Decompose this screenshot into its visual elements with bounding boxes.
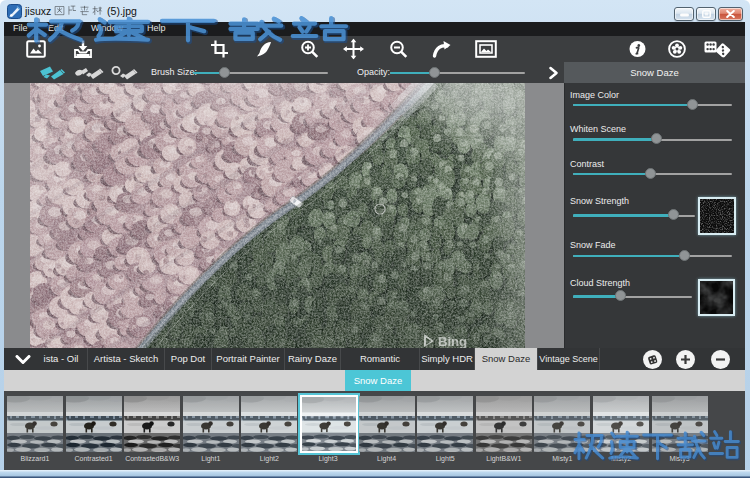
svg-text:Bing: Bing <box>438 334 467 348</box>
